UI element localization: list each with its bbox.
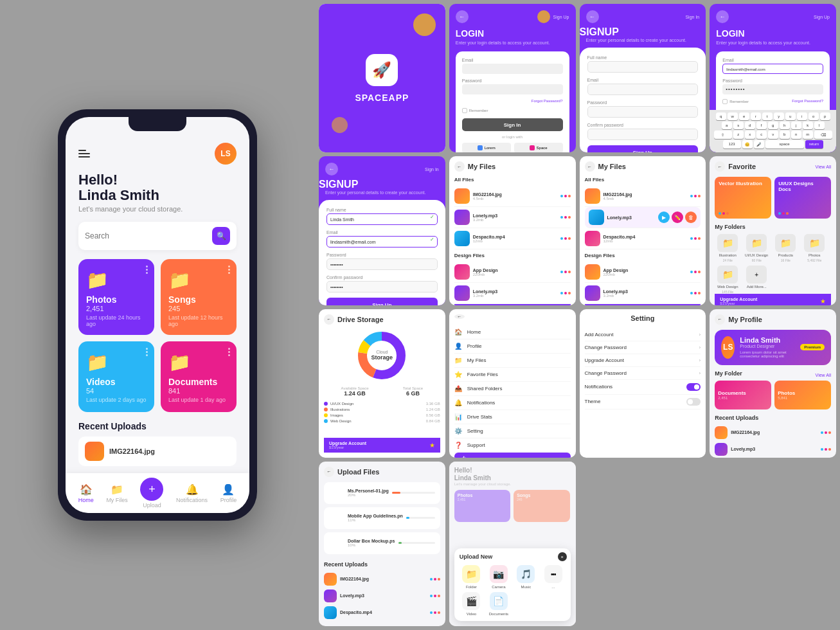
key-w[interactable]: w bbox=[728, 113, 738, 120]
key-a[interactable]: a bbox=[722, 122, 732, 129]
menu-notifications[interactable]: 🔔 Notifications bbox=[454, 396, 571, 410]
google-login-btn[interactable]: Lorem bbox=[462, 143, 511, 152]
menu-support[interactable]: ❓ Support bbox=[454, 438, 571, 453]
key-o[interactable]: o bbox=[809, 113, 819, 120]
key-v[interactable]: v bbox=[768, 130, 778, 139]
settings-change-password2[interactable]: Change Password › bbox=[585, 367, 701, 380]
settings-change-password[interactable]: Change Password › bbox=[585, 341, 701, 354]
back-button[interactable]: ← bbox=[324, 467, 334, 477]
search-button[interactable]: 🔍 bbox=[212, 227, 230, 245]
file-item[interactable]: Despacito.mp4 12mb bbox=[585, 228, 701, 249]
email-input[interactable] bbox=[462, 64, 563, 74]
nav-home[interactable]: 🏠 Home bbox=[78, 483, 94, 503]
action-icon[interactable]: ▶ bbox=[658, 212, 670, 223]
fav-card-uiux[interactable]: UI/UX Designs Docs bbox=[774, 177, 831, 219]
key-f[interactable]: f bbox=[756, 122, 767, 129]
view-all-link[interactable]: View All bbox=[816, 373, 831, 377]
space-login-btn[interactable]: Space bbox=[514, 143, 563, 152]
signup-button[interactable]: Sign Up bbox=[587, 145, 699, 152]
folder-songs[interactable]: 📁 Songs 245 Last update 12 hours ago bbox=[161, 259, 237, 335]
upload-option-folder[interactable]: 📁 Folder bbox=[460, 565, 483, 589]
key-q[interactable]: q bbox=[716, 113, 726, 120]
forgot-link[interactable]: Forgot Password? bbox=[792, 99, 823, 109]
settings-theme[interactable]: Theme bbox=[585, 395, 701, 410]
file-item[interactable]: Lonely.mp3 3.2mb bbox=[454, 283, 571, 304]
folder-documents[interactable]: 📁 Documents 841 Last update 1 day ago bbox=[161, 341, 237, 412]
forgot-password-link[interactable]: Forgot Password? bbox=[462, 99, 563, 103]
back-button[interactable]: ← bbox=[715, 314, 725, 325]
key-j[interactable]: j bbox=[791, 122, 801, 129]
menu-favorites[interactable]: ⭐ Favorite Files bbox=[454, 368, 571, 382]
key-mic[interactable]: 🎤 bbox=[754, 140, 764, 148]
folder-menu-icon[interactable] bbox=[146, 348, 148, 356]
upgrade-bar[interactable]: Upgrade Account $15/year ★ bbox=[715, 294, 831, 305]
key-123[interactable]: 123 bbox=[723, 140, 741, 148]
key-shift[interactable]: ⇧ bbox=[714, 130, 732, 139]
settings-add-account[interactable]: Add Account › bbox=[585, 328, 701, 341]
key-e[interactable]: e bbox=[739, 113, 749, 120]
avatar[interactable]: LS bbox=[215, 143, 237, 165]
key-backspace[interactable]: ⌫ bbox=[814, 130, 832, 139]
action-icon[interactable]: ✏️ bbox=[672, 212, 683, 223]
upload-option-docs[interactable]: 📄 Documents bbox=[487, 592, 510, 616]
signin-button[interactable]: Sign In bbox=[462, 118, 563, 131]
remember-checkbox[interactable] bbox=[462, 108, 467, 113]
file-item[interactable]: Despacito.mp4 12mb bbox=[454, 228, 571, 249]
add-more-folder[interactable]: + Add More... bbox=[744, 266, 769, 294]
upload-button[interactable]: + bbox=[140, 478, 163, 501]
fullname-input[interactable] bbox=[587, 61, 699, 73]
recent-item[interactable]: IMG22164.jpg bbox=[78, 437, 237, 466]
recent-item[interactable]: Despacito.mp4 bbox=[324, 604, 440, 621]
confirm-input[interactable] bbox=[587, 129, 699, 140]
settings-notifications[interactable]: Notifications bbox=[585, 380, 701, 395]
menu-my-files[interactable]: 📁 My Files bbox=[454, 354, 571, 368]
key-n[interactable]: n bbox=[791, 130, 801, 139]
folder-item[interactable]: 📁 Illustration 24 File bbox=[715, 234, 740, 262]
signin-link[interactable]: Sign In bbox=[685, 15, 699, 19]
action-icon[interactable]: 🗑 bbox=[685, 212, 697, 223]
key-u[interactable]: u bbox=[785, 113, 796, 120]
back-button[interactable]: ← bbox=[715, 161, 725, 172]
folder-item[interactable]: 📁 UI/UX Design 60 File bbox=[744, 234, 769, 262]
email-input-filled[interactable]: lindasmith@email.com bbox=[722, 64, 823, 74]
upload-option-video[interactable]: 🎬 Video bbox=[460, 592, 483, 616]
upload-option-music[interactable]: 🎵 Music bbox=[514, 565, 538, 589]
back-button[interactable]: ← bbox=[324, 314, 334, 325]
fav-card-vector[interactable]: Vector Illustration bbox=[715, 177, 771, 219]
folder-menu-icon[interactable] bbox=[146, 266, 148, 274]
folder-item[interactable]: 📁 Products 16 File bbox=[773, 234, 798, 262]
key-s[interactable]: s bbox=[733, 122, 744, 129]
back-button[interactable]: ← bbox=[456, 10, 469, 23]
folder-menu-icon[interactable] bbox=[228, 266, 230, 274]
menu-drive-stats[interactable]: 📊 Drive Stats bbox=[454, 410, 571, 424]
upgrade-bar[interactable]: Upgrade Account $15/year ★ bbox=[454, 304, 571, 305]
upgrade-bar[interactable]: Upgrade Account $15/year ★ bbox=[324, 438, 440, 453]
key-emoji[interactable]: 😊 bbox=[742, 140, 753, 148]
theme-toggle[interactable] bbox=[686, 398, 701, 406]
fullname-input-filled[interactable]: Linda Smith bbox=[326, 213, 438, 225]
file-item[interactable]: App Design 220mb bbox=[454, 262, 571, 283]
menu-setting[interactable]: ⚙️ Setting bbox=[454, 424, 571, 438]
pf-photos[interactable]: Photos 5,841 bbox=[774, 381, 831, 410]
folder-item[interactable]: 📁 Photos 5,492 File bbox=[801, 234, 827, 262]
key-d[interactable]: d bbox=[745, 122, 755, 129]
notifications-toggle[interactable] bbox=[686, 383, 701, 391]
back-button[interactable]: ← bbox=[454, 314, 465, 319]
password-input[interactable] bbox=[587, 106, 699, 118]
file-item[interactable]: IMG22164.jpg 4.5mb bbox=[454, 186, 571, 207]
key-i[interactable]: i bbox=[797, 113, 807, 120]
key-l[interactable]: l bbox=[814, 122, 825, 129]
signup-button[interactable]: Sign Up bbox=[326, 298, 438, 305]
key-return[interactable]: return bbox=[805, 140, 823, 148]
recent-item[interactable]: IMG22164.jpg bbox=[715, 424, 831, 441]
signup-link[interactable]: Sign Up bbox=[553, 15, 569, 19]
recent-item[interactable]: Lovely.mp3 bbox=[715, 441, 831, 458]
password-input[interactable]: •••••••• bbox=[722, 84, 823, 94]
key-x[interactable]: x bbox=[745, 130, 755, 139]
close-button[interactable]: × bbox=[558, 552, 567, 561]
back-button[interactable]: ← bbox=[454, 161, 465, 172]
menu-profile[interactable]: 👤 Profile bbox=[454, 339, 571, 354]
email-input-filled[interactable]: lindasmith@email.com bbox=[326, 236, 438, 248]
key-p[interactable]: p bbox=[820, 113, 830, 120]
recent-item[interactable]: IMG22164.jpg bbox=[324, 571, 440, 588]
